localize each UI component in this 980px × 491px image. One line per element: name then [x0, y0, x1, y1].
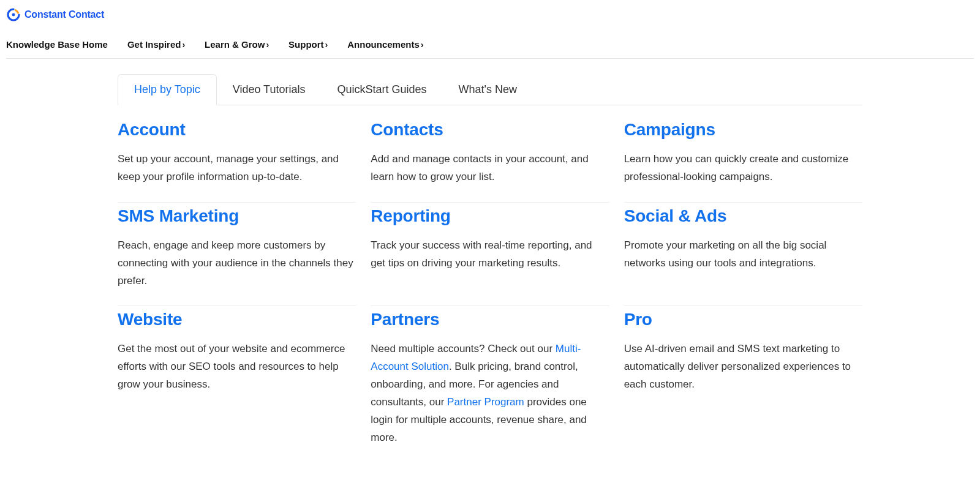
nav-support[interactable]: Support ›	[288, 39, 328, 50]
tab-label: Video Tutorials	[233, 83, 306, 96]
topic-description: Promote your marketing on all the big so…	[624, 237, 862, 272]
topic-title[interactable]: Contacts	[371, 120, 609, 140]
topic-description: Add and manage contacts in your account,…	[371, 151, 609, 186]
nav-label: Knowledge Base Home	[6, 39, 108, 50]
primary-nav: Knowledge Base Home Get Inspired › Learn…	[6, 39, 974, 59]
topic-title[interactable]: Account	[118, 120, 356, 140]
content-tabs: Help by Topic Video Tutorials QuickStart…	[118, 73, 862, 105]
nav-label: Learn & Grow	[205, 39, 265, 50]
topic-description: Set up your account, manage your setting…	[118, 151, 356, 186]
topic-reporting: Reporting Track your success with real-t…	[371, 203, 609, 307]
topic-title[interactable]: Website	[118, 310, 356, 329]
nav-label: Announcements	[347, 39, 420, 50]
tab-label: What's New	[459, 83, 517, 96]
chevron-right-icon: ›	[325, 40, 328, 50]
topic-sms-marketing: SMS Marketing Reach, engage and keep mor…	[118, 203, 356, 307]
chevron-right-icon: ›	[182, 40, 185, 50]
topic-partners: Partners Need multiple accounts? Check o…	[371, 306, 609, 462]
topic-title[interactable]: Pro	[624, 310, 862, 329]
tab-help-by-topic[interactable]: Help by Topic	[118, 74, 217, 105]
svg-point-0	[12, 13, 15, 17]
topic-description: Track your success with real-time report…	[371, 237, 609, 272]
topic-title[interactable]: Campaigns	[624, 120, 862, 140]
brand-logo-icon	[6, 7, 21, 22]
tab-label: QuickStart Guides	[337, 83, 426, 96]
tab-video-tutorials[interactable]: Video Tutorials	[217, 75, 322, 105]
chevron-right-icon: ›	[421, 40, 424, 50]
nav-get-inspired[interactable]: Get Inspired ›	[127, 39, 185, 50]
chevron-right-icon: ›	[266, 40, 269, 50]
nav-announcements[interactable]: Announcements ›	[347, 39, 423, 50]
brand-logo[interactable]: Constant Contact	[6, 7, 974, 22]
topic-contacts: Contacts Add and manage contacts in your…	[371, 116, 609, 203]
nav-label: Get Inspired	[127, 39, 181, 50]
topic-description: Reach, engage and keep more customers by…	[118, 237, 356, 290]
topic-title[interactable]: Reporting	[371, 206, 609, 226]
topic-social-and-ads: Social & Ads Promote your marketing on a…	[624, 203, 862, 307]
topic-campaigns: Campaigns Learn how you can quickly crea…	[624, 116, 862, 203]
tab-whats-new[interactable]: What's New	[443, 75, 533, 105]
topic-desc-text: Need multiple accounts? Check out our	[371, 343, 555, 354]
header: Constant Contact Knowledge Base Home Get…	[0, 0, 980, 65]
nav-knowledge-base-home[interactable]: Knowledge Base Home	[6, 39, 108, 50]
topic-title[interactable]: SMS Marketing	[118, 206, 356, 226]
link-partner-program[interactable]: Partner Program	[447, 396, 524, 408]
nav-label: Support	[288, 39, 324, 50]
topic-description: Need multiple accounts? Check out our Mu…	[371, 340, 609, 446]
topic-description: Learn how you can quickly create and cus…	[624, 151, 862, 186]
brand-name: Constant Contact	[24, 9, 104, 20]
topic-account: Account Set up your account, manage your…	[118, 116, 356, 203]
topic-description: Use AI-driven email and SMS text marketi…	[624, 340, 862, 394]
topic-title[interactable]: Partners	[371, 310, 609, 329]
nav-learn-and-grow[interactable]: Learn & Grow ›	[205, 39, 269, 50]
tab-label: Help by Topic	[134, 83, 200, 96]
topic-website: Website Get the most out of your website…	[118, 306, 356, 462]
main-content: Help by Topic Video Tutorials QuickStart…	[108, 73, 872, 463]
topic-title[interactable]: Social & Ads	[624, 206, 862, 226]
topic-pro: Pro Use AI-driven email and SMS text mar…	[624, 306, 862, 462]
topic-description: Get the most out of your website and eco…	[118, 340, 356, 394]
tab-quickstart-guides[interactable]: QuickStart Guides	[321, 75, 442, 105]
help-topics-grid: Account Set up your account, manage your…	[118, 116, 862, 463]
